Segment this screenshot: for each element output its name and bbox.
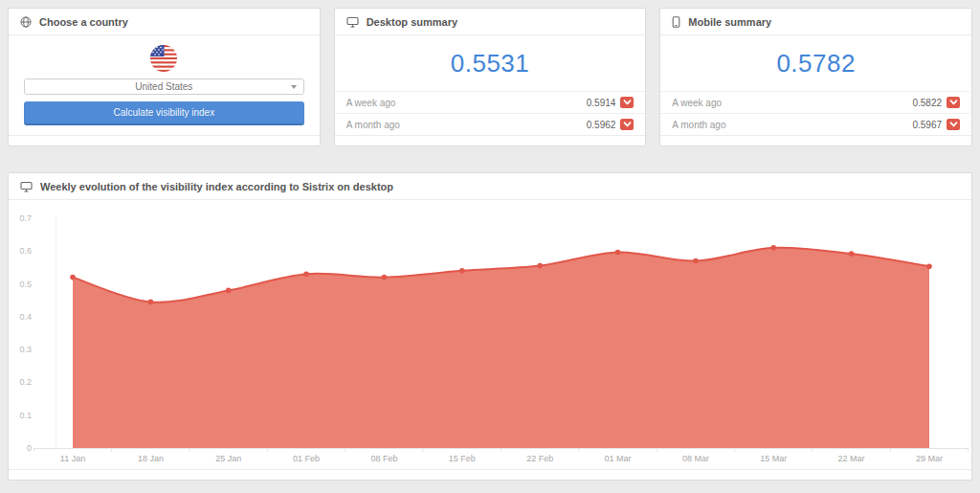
mobile-card-body: 0.5782 A week ago 0.5822 A month ago 0.5… [660, 35, 971, 135]
row-value: 0.5967 [912, 120, 942, 130]
chevron-down-icon [623, 121, 632, 128]
row-value: 0.5914 [587, 98, 616, 108]
row-label: A week ago [672, 98, 722, 108]
data-point [70, 275, 76, 280]
monitor-icon [346, 16, 359, 28]
area-fill [73, 248, 929, 448]
calculate-visibility-button[interactable]: Calculate visibility index [24, 101, 304, 125]
desktop-card-body: 0.5531 A week ago 0.5914 A month ago 0.5… [335, 35, 646, 135]
x-axis-tick-label: 15 Feb [449, 454, 476, 463]
data-point [849, 251, 855, 257]
country-select-value: United States [135, 81, 192, 92]
mobile-current-value: 0.5782 [660, 35, 971, 91]
data-point [226, 288, 232, 294]
chevron-down-icon [949, 121, 958, 128]
data-point [770, 245, 776, 251]
row-value: 0.5822 [912, 98, 942, 108]
us-flag-icon [150, 45, 177, 72]
data-point [926, 264, 932, 270]
row-value: 0.5962 [587, 120, 616, 130]
y-axis-tick-label: 0 [27, 443, 32, 453]
trend-down-badge [947, 97, 960, 108]
caret-down-icon [291, 85, 297, 89]
chart-card-footer [9, 469, 971, 480]
mobile-card-title: Mobile summary [688, 16, 771, 28]
y-axis-tick-label: 0.5 [19, 280, 32, 289]
mobile-month-row: A month ago 0.5967 [660, 113, 971, 135]
row-label: A week ago [346, 98, 396, 108]
desktop-week-row: A week ago 0.5914 [335, 91, 646, 113]
globe-icon [20, 16, 32, 28]
trend-down-badge [947, 119, 960, 130]
visibility-chart: 00.10.20.30.40.50.60.711 Jan18 Jan25 Jan… [9, 200, 971, 469]
data-point [693, 258, 699, 264]
data-point [459, 268, 465, 274]
y-axis-tick-label: 0.4 [19, 312, 32, 322]
country-card: Choose a country [8, 8, 321, 146]
monitor-icon [20, 181, 33, 192]
country-card-header: Choose a country [9, 9, 320, 35]
mobile-summary-card: Mobile summary 0.5782 A week ago 0.5822 … [659, 8, 972, 146]
chevron-down-icon [623, 99, 632, 106]
country-card-footer [9, 135, 320, 146]
smartphone-icon [672, 16, 680, 28]
row-label: A month ago [346, 120, 400, 130]
country-card-body: United States Calculate visibility index [9, 35, 320, 135]
chart-card-header: Weekly evolution of the visibility index… [9, 173, 971, 200]
x-axis-tick-label: 22 Mar [838, 454, 865, 463]
trend-down-badge [620, 119, 634, 130]
y-axis-tick-label: 0.3 [19, 345, 32, 354]
data-point [615, 250, 621, 256]
x-axis-tick-label: 01 Feb [293, 454, 320, 463]
chart-card: Weekly evolution of the visibility index… [8, 172, 972, 481]
x-axis-tick-label: 01 Mar [604, 454, 631, 463]
summary-cards-row: Choose a country [8, 8, 972, 146]
x-axis-tick-label: 11 Jan [60, 454, 85, 463]
desktop-card-header: Desktop summary [335, 9, 646, 35]
desktop-card-title: Desktop summary [367, 16, 457, 28]
x-axis-tick-label: 22 Feb [526, 454, 553, 463]
country-select[interactable]: United States [24, 78, 304, 95]
country-card-title: Choose a country [39, 16, 128, 28]
x-axis-tick-label: 25 Jan [215, 454, 241, 463]
data-point [382, 275, 388, 280]
data-point [303, 271, 309, 277]
y-axis-tick-label: 0.1 [19, 411, 32, 420]
desktop-summary-card: Desktop summary 0.5531 A week ago 0.5914… [334, 8, 647, 146]
x-axis-tick-label: 29 Mar [916, 454, 943, 463]
row-label: A month ago [672, 120, 725, 130]
x-axis-tick-label: 08 Feb [370, 454, 397, 463]
data-point [148, 300, 154, 305]
desktop-card-footer [335, 135, 646, 146]
mobile-card-header: Mobile summary [660, 9, 971, 35]
mobile-week-row: A week ago 0.5822 [660, 91, 971, 113]
x-axis-tick-label: 08 Mar [682, 454, 709, 463]
chart-card-title: Weekly evolution of the visibility index… [40, 181, 393, 192]
y-axis-tick-label: 0.6 [19, 246, 32, 256]
x-axis-tick-label: 15 Mar [760, 454, 787, 463]
dashboard-page: Choose a country [0, 0, 980, 493]
trend-down-badge [620, 97, 634, 108]
visibility-chart-svg: 00.10.20.30.40.50.60.711 Jan18 Jan25 Jan… [9, 200, 971, 469]
desktop-month-row: A month ago 0.5962 [335, 113, 646, 135]
mobile-card-footer [660, 135, 971, 146]
desktop-current-value: 0.5531 [335, 35, 646, 91]
x-axis-tick-label: 18 Jan [138, 454, 164, 463]
data-point [537, 263, 543, 269]
chevron-down-icon [949, 99, 958, 106]
y-axis-tick-label: 0.2 [19, 377, 32, 387]
y-axis-tick-label: 0.7 [19, 213, 32, 223]
